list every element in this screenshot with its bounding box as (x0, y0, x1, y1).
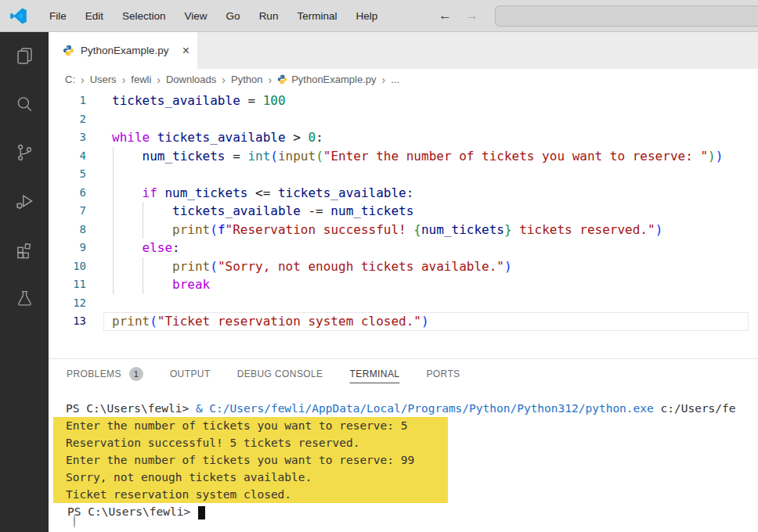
panel-tab-terminal[interactable]: TERMINAL (350, 368, 400, 379)
tab-close-icon[interactable]: × (182, 45, 190, 57)
code-token: print (112, 314, 150, 329)
content-area: PythonExample.py × C:›Users›fewli›Downlo… (49, 32, 758, 532)
panel-tab-problems[interactable]: PROBLEMS1 (67, 367, 143, 381)
code-token: ( (316, 149, 323, 164)
code-token: ( (210, 222, 218, 237)
code-line[interactable]: 4 num_tickets = int(input("Enter the num… (49, 147, 758, 166)
run-debug-icon (14, 191, 35, 215)
terminal-text: PS C:\Users\fewli> (66, 402, 196, 415)
code-line[interactable]: 9 else: (49, 239, 758, 257)
terminal-line: Ticket reservation system closed. (49, 486, 758, 503)
code-token: ) (716, 149, 724, 164)
code-token: 0 (308, 130, 316, 145)
breadcrumb-item[interactable]: Downloads (166, 74, 216, 85)
activity-explorer-button[interactable] (5, 38, 43, 76)
code-line[interactable]: 2 (49, 110, 758, 129)
code-line-text: while tickets_available > 0: (112, 128, 323, 147)
menu-item-edit[interactable]: Edit (76, 10, 113, 22)
line-number: 9 (49, 239, 112, 257)
activity-source-control-button[interactable] (5, 135, 43, 173)
activity-testing-button[interactable] (5, 281, 43, 318)
title-bar: FileEditSelectionViewGoRunTerminalHelp ←… (0, 0, 758, 32)
code-token: break (172, 277, 210, 292)
nav-back-icon[interactable]: ← (439, 6, 452, 25)
code-line[interactable]: 7 tickets_available -= num_tickets (49, 202, 758, 221)
line-number: 1 (49, 92, 112, 110)
code-token: tickets_available (112, 93, 240, 108)
code-line-text: break (112, 275, 210, 294)
breadcrumb-item[interactable]: C: (65, 74, 75, 85)
code-token: tickets_available (157, 130, 286, 145)
code-line[interactable]: 1tickets_available = 100 (49, 92, 758, 110)
breadcrumb: C:›Users›fewli›Downloads›Python›PythonEx… (49, 69, 758, 90)
code-token: ( (150, 314, 157, 329)
panel-tab-label: PORTS (426, 368, 460, 379)
code-token (112, 222, 172, 237)
menu-item-selection[interactable]: Selection (113, 10, 175, 22)
menu-item-help[interactable]: Help (346, 10, 387, 22)
code-line[interactable]: 11 break (49, 275, 758, 294)
command-center-search-box[interactable] (495, 5, 758, 27)
activity-search-button[interactable] (5, 87, 43, 124)
code-token: print (172, 259, 210, 274)
code-line-text: num_tickets = int(input("Enter the numbe… (112, 147, 723, 166)
menu-item-run[interactable]: Run (250, 10, 288, 22)
code-token: = (240, 93, 263, 108)
line-number: 10 (49, 257, 112, 276)
code-token: num_tickets (143, 149, 226, 164)
testing-icon (15, 289, 34, 311)
code-line[interactable]: 3while tickets_available > 0: (49, 128, 758, 147)
search-icon (14, 94, 34, 117)
menu-item-file[interactable]: File (40, 10, 76, 22)
menu-item-go[interactable]: Go (217, 10, 250, 22)
menu-item-view[interactable]: View (175, 10, 217, 22)
menu-item-terminal[interactable]: Terminal (287, 10, 346, 22)
panel-tab-debug-console[interactable]: DEBUG CONSOLE (237, 368, 323, 379)
terminal-line: Enter the number of tickets you want to … (49, 451, 758, 469)
code-token: f (218, 222, 226, 237)
vscode-window: FileEditSelectionViewGoRunTerminalHelp ←… (0, 0, 758, 532)
breadcrumb-overflow[interactable]: ... (391, 74, 399, 85)
line-number: 3 (49, 128, 112, 147)
line-number: 11 (49, 275, 112, 294)
code-token: ) (655, 222, 663, 237)
breadcrumb-item[interactable]: fewli (131, 74, 151, 85)
code-line[interactable]: 13print("Ticket reservation system close… (49, 312, 758, 331)
code-editor[interactable]: 1tickets_available = 10023while tickets_… (49, 90, 758, 358)
code-line[interactable]: 10 print("Sorry, not enough tickets avai… (49, 257, 758, 276)
panel-tab-ports[interactable]: PORTS (426, 368, 460, 379)
activity-run-debug-button[interactable] (5, 184, 43, 221)
terminal[interactable]: PS C:\Users\fewli> & C:/Users/fewli/AppD… (49, 389, 758, 532)
menu-bar: FileEditSelectionViewGoRunTerminalHelp (40, 10, 387, 22)
editor-tab-bar: PythonExample.py × (49, 32, 758, 69)
terminal-text: Sorry, not enough tickets available. (66, 471, 312, 483)
code-token: = (226, 149, 248, 164)
code-line[interactable]: 5 (49, 165, 758, 184)
breadcrumb-item[interactable]: Users (90, 74, 117, 85)
code-token: tickets reserved." (512, 222, 655, 237)
code-line[interactable]: 6 if num_tickets <= tickets_available: (49, 184, 758, 203)
nav-forward-icon[interactable]: → (465, 6, 478, 25)
tab-pythonexample[interactable]: PythonExample.py × (49, 32, 197, 69)
panel-tab-output[interactable]: OUTPUT (170, 368, 211, 379)
code-token: "Ticket reservation system closed." (157, 314, 421, 329)
code-line[interactable]: 12 (49, 294, 758, 313)
code-token: 100 (263, 93, 286, 108)
code-token: "Enter the number of tickets you want to… (323, 149, 708, 164)
line-number: 12 (49, 294, 112, 313)
code-line[interactable]: 8 print(f"Reservation successful! {num_t… (49, 221, 758, 239)
bottom-panel: PROBLEMS1OUTPUTDEBUG CONSOLETERMINALPORT… (49, 358, 758, 532)
code-line-text: tickets_available = 100 (112, 92, 286, 110)
python-file-icon (277, 74, 287, 84)
code-token: ( (270, 149, 278, 164)
chevron-right-icon: › (122, 74, 126, 86)
line-number: 7 (49, 202, 112, 221)
activity-extensions-button[interactable] (5, 232, 43, 270)
code-token: num_tickets (421, 222, 504, 237)
panel-tab-label: OUTPUT (170, 368, 211, 379)
breadcrumb-item[interactable]: Python (231, 74, 262, 85)
terminal-line: Enter the number of tickets you want to … (49, 417, 758, 434)
code-token: "Sorry, not enough tickets available." (218, 259, 504, 274)
line-number: 6 (49, 184, 112, 203)
breadcrumb-file[interactable]: PythonExample.py (277, 74, 376, 85)
